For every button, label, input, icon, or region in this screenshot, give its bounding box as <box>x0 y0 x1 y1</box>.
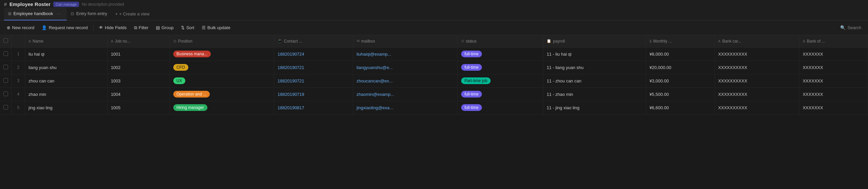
row-bankof: XXXXXXX <box>799 101 868 114</box>
group-icon: ▤ <box>156 25 160 30</box>
col-monthly: $ Monthly ... <box>646 35 714 47</box>
tab-handbook-icon: ⊞ <box>8 11 11 16</box>
row-mailbox[interactable]: jingxiaoling@exa... <box>353 101 458 114</box>
row-monthly: ¥3,000.00 <box>646 74 714 88</box>
hide-label: Hide Fields <box>105 25 127 30</box>
row-contact[interactable]: 18820190721 <box>274 74 353 88</box>
row-bankcard: XXXXXXXXXX <box>714 47 799 61</box>
status-badge: full-time <box>461 91 482 97</box>
row-contact[interactable]: 18820190719 <box>274 88 353 101</box>
table-header-row: A Name A Job nu... ◎ Position <box>0 35 868 47</box>
new-record-icon: ⊕ <box>7 25 10 30</box>
filter-btn[interactable]: ⧉ Filter <box>131 24 152 32</box>
tab-entry[interactable]: ⊡ Entry form entry <box>67 8 111 21</box>
group-btn[interactable]: ▤ Group <box>153 24 177 32</box>
data-table: A Name A Job nu... ◎ Position <box>0 35 868 115</box>
toolbar: ⊕ New record 👤 Request new record 👁 Hide… <box>0 21 868 35</box>
hide-fields-btn[interactable]: 👁 Hide Fields <box>95 24 130 32</box>
row-mailbox[interactable]: zhaomin@examp... <box>353 88 458 101</box>
name-col-icon: A <box>29 39 31 43</box>
create-view-label: + Create a view <box>119 11 150 17</box>
bulk-label: Bulk update <box>208 25 230 30</box>
create-view-btn[interactable]: + + Create a view <box>111 9 154 19</box>
row-checkbox-cell <box>0 74 12 88</box>
row-checkbox[interactable] <box>3 65 8 69</box>
search-area[interactable]: 🔍 Search <box>837 24 865 32</box>
col-contact: 📱 Contact ... <box>274 35 353 47</box>
request-record-btn[interactable]: 👤 Request new record <box>38 24 91 32</box>
col-contact-label: Contact ... <box>284 39 302 43</box>
col-status-label: status <box>466 39 476 43</box>
tabs-bar: ⊞ Employee handbook ··· ⊡ Entry form ent… <box>0 8 868 21</box>
row-monthly: ¥8,000.00 <box>646 47 714 61</box>
request-icon: 👤 <box>41 25 47 30</box>
row-bankof: XXXXXXX <box>799 74 868 88</box>
position-badge: Operation and ... <box>173 91 210 97</box>
col-monthly-label: Monthly ... <box>653 39 672 43</box>
row-contact[interactable]: 18820190817 <box>274 101 353 114</box>
group-label: Group <box>161 25 174 30</box>
app-title: Employee Roster <box>9 1 51 7</box>
row-checkbox[interactable] <box>3 78 8 83</box>
row-num: 1 <box>12 47 25 61</box>
row-position: CFO <box>169 61 274 74</box>
tab-handbook-label: Employee handbook <box>13 11 53 16</box>
row-mailbox[interactable]: liuhaiqi@examp... <box>353 47 458 61</box>
col-position: ◎ Position <box>169 35 274 47</box>
row-checkbox-cell <box>0 101 12 114</box>
sep-1 <box>93 25 93 31</box>
sort-label: Sort <box>186 25 194 30</box>
row-name: zhou can can <box>25 74 107 88</box>
row-status: full-time <box>458 61 543 74</box>
search-label: Search <box>847 25 861 30</box>
row-position: Operation and ... <box>169 88 274 101</box>
row-jobnum: 1005 <box>107 101 169 114</box>
tab-more-icon[interactable]: ··· <box>55 11 63 16</box>
row-position: UX <box>169 74 274 88</box>
col-name: A Name <box>25 35 107 47</box>
col-payroll: 📋 payroll <box>543 35 646 47</box>
request-label: Request new record <box>49 25 88 30</box>
row-checkbox[interactable] <box>3 51 8 56</box>
table-row: 1 liu hai qi 1001 Business mana... 18820… <box>0 47 868 61</box>
row-checkbox[interactable] <box>3 92 8 96</box>
position-badge: Hiring manager <box>173 104 208 111</box>
row-monthly: ¥6,600.00 <box>646 101 714 114</box>
row-contact[interactable]: 18820190724 <box>274 47 353 61</box>
sort-btn[interactable]: ⇅ Sort <box>178 24 198 32</box>
row-num: 2 <box>12 61 25 74</box>
table-row: 5 jing xiao ling 1005 Hiring manager 188… <box>0 101 868 114</box>
jobnum-col-icon: A <box>111 39 113 43</box>
row-bankcard: XXXXXXXXXX <box>714 101 799 114</box>
row-payroll: 11 - jing xiao ling <box>543 101 646 114</box>
row-num: 3 <box>12 74 25 88</box>
row-contact[interactable]: 18820190721 <box>274 61 353 74</box>
sort-icon: ⇅ <box>181 25 185 30</box>
row-checkbox-cell <box>0 61 12 74</box>
row-status: Part-time job <box>458 74 543 88</box>
row-mailbox[interactable]: liangyuanshu@e... <box>353 61 458 74</box>
new-record-btn[interactable]: ⊕ New record <box>3 24 37 32</box>
table-row: 3 zhou can can 1003 UX 18820190721 zhouc… <box>0 74 868 88</box>
row-checkbox[interactable] <box>3 105 8 109</box>
header-checkbox[interactable] <box>3 38 8 43</box>
tab-handbook[interactable]: ⊞ Employee handbook ··· <box>4 8 67 21</box>
row-checkbox-cell <box>0 88 12 101</box>
row-status: full-time <box>458 101 543 114</box>
status-badge: full-time <box>461 64 482 71</box>
col-position-label: Position <box>178 39 193 43</box>
bulk-update-btn[interactable]: ☰ Bulk update <box>198 24 234 32</box>
table-row: 2 liang yuan shu 1002 CFO 18820190721 li… <box>0 61 868 74</box>
row-mailbox[interactable]: zhoucancan@ex... <box>353 74 458 88</box>
row-num: 4 <box>12 88 25 101</box>
row-bankcard: XXXXXXXXXX <box>714 74 799 88</box>
status-badge: Part-time job <box>461 77 491 84</box>
bulk-icon: ☰ <box>202 25 206 30</box>
row-bankof: XXXXXXX <box>799 88 868 101</box>
row-position: Business mana... <box>169 47 274 61</box>
col-mailbox: ✉ mailbox <box>353 35 458 47</box>
row-monthly: ¥5,500.00 <box>646 88 714 101</box>
row-jobnum: 1002 <box>107 61 169 74</box>
row-payroll: 11 - zhao min <box>543 88 646 101</box>
row-num: 5 <box>12 101 25 114</box>
